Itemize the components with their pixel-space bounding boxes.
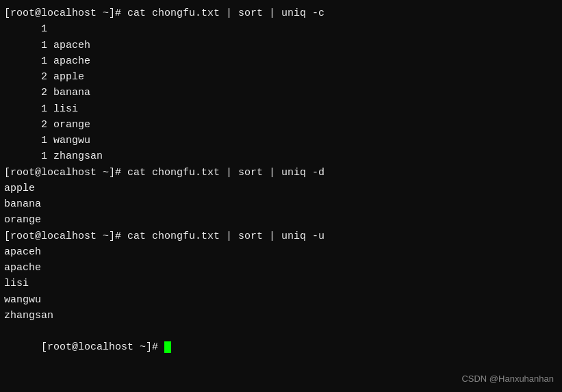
terminal-output: [root@localhost ~]# cat chongfu.txt | so…	[4, 5, 558, 371]
command-line-1: [root@localhost ~]# cat chongfu.txt | so…	[4, 5, 558, 21]
output-line-14: apaceh	[4, 244, 558, 260]
terminal-window: [root@localhost ~]# cat chongfu.txt | so…	[0, 0, 562, 392]
command-line-2: [root@localhost ~]# cat chongfu.txt | so…	[4, 165, 558, 181]
command-line-3: [root@localhost ~]# cat chongfu.txt | so…	[4, 228, 558, 244]
watermark-text: CSDN @Hanxuhanhan	[461, 374, 554, 384]
output-line-4: 2 apple	[4, 69, 558, 85]
output-line-16: lisi	[4, 276, 558, 291]
output-line-6: 1 lisi	[4, 101, 558, 117]
prompt-text: [root@localhost ~]#	[41, 341, 164, 353]
output-line-9: 1 zhangsan	[4, 148, 558, 164]
output-line-15: apache	[4, 260, 558, 276]
current-prompt-line[interactable]: [root@localhost ~]#	[4, 324, 558, 371]
output-line-7: 2 orange	[4, 117, 558, 133]
output-line-8: 1 wangwu	[4, 133, 558, 148]
output-line-18: zhangsan	[4, 308, 558, 324]
output-line-5: 2 banana	[4, 85, 558, 101]
output-line-12: orange	[4, 212, 558, 228]
output-line-2: 1 apaceh	[4, 38, 558, 53]
output-line-3: 1 apache	[4, 53, 558, 69]
terminal-cursor	[164, 341, 171, 353]
output-line-10: apple	[4, 181, 558, 196]
output-line-1: 1	[4, 21, 558, 37]
output-line-17: wangwu	[4, 292, 558, 308]
output-line-11: banana	[4, 196, 558, 212]
